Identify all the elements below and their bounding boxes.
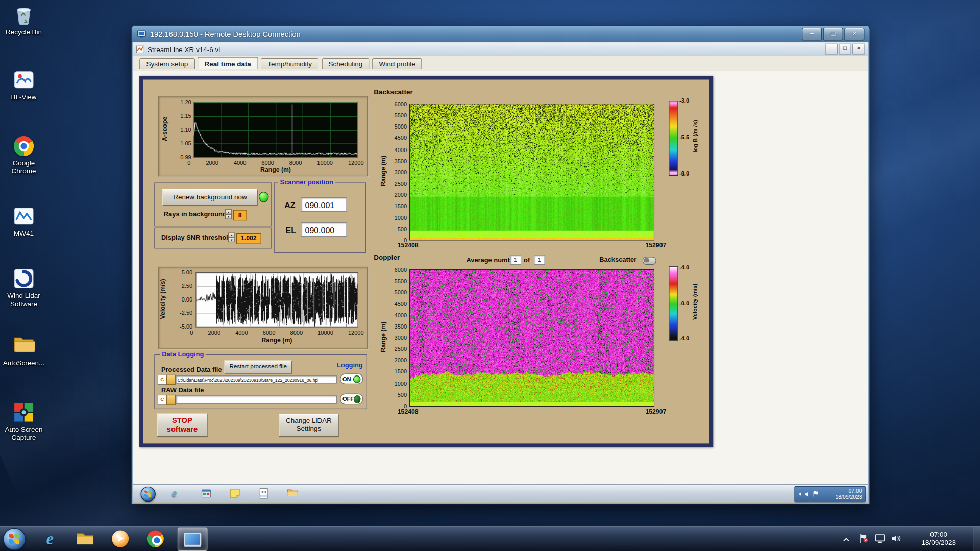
az-label: AZ [284,201,295,210]
doppler-x-start: 152408 [398,408,419,415]
desktop-icon-label: MW41 [1,229,46,237]
tick-label: 1.10 [180,127,191,133]
tray-volume-icon[interactable] [891,534,901,545]
tick-label: 0 [187,160,190,166]
logging-label: Logging [335,361,364,369]
tray-action-center-flag-icon[interactable] [859,534,868,546]
desktop-icon-bl-view[interactable]: BL-View [1,69,46,102]
tick-label: 1000 [395,380,407,386]
remote-sticky-note-icon[interactable] [229,488,240,499]
tab-system-setup[interactable]: System setup [139,58,195,69]
remote-ie-icon[interactable]: e [172,488,183,499]
rays-value-field[interactable]: 8 [233,210,247,220]
rdp-close-button[interactable]: × [844,28,864,41]
renew-background-button[interactable]: Renew background now [162,189,257,206]
raw-path-browse-icon[interactable] [166,395,176,405]
tick-label: 3000 [395,169,407,176]
start-flag-icon [9,534,19,544]
snr-spinner[interactable]: ▲▼ [228,233,235,243]
tab-temp-humidity[interactable]: Temp/humidity [261,58,319,69]
rdp-titlebar[interactable]: 192.168.0.150 - Remote Desktop Connectio… [132,26,869,42]
change-lidar-settings-button[interactable]: Change LiDAR Settings [279,414,339,437]
app-minimize-button[interactable]: − [825,44,837,55]
remote-system-tray[interactable]: 07:00 18/09/2023 [794,486,866,503]
bl-view-icon [12,69,35,91]
taskbar-wmp-icon[interactable] [106,527,134,549]
ascope-x-axis-label: Range (m) [194,166,358,173]
taskbar-rdp-active-window[interactable] [178,527,208,551]
raw-path-drive-selector[interactable]: C [158,395,167,405]
desktop-icon-google-chrome[interactable]: Google Chrome [1,135,46,176]
remote-taskbar: e XR 07:00 [133,484,868,503]
processed-path-browse-icon[interactable] [166,375,176,385]
az-value-field[interactable]: 090.001 [301,197,347,212]
tray-clock[interactable]: 07:00 18/09/2023 [908,531,970,547]
raw-data-file-label: RAW Data file [161,386,204,394]
tray-display-icon[interactable] [875,534,886,546]
processed-path-drive-selector[interactable]: C [158,375,167,385]
settings-button-line1: Change LiDAR [279,417,338,424]
rays-spinner[interactable]: ▲▼ [225,209,232,219]
velocity-x-ticks: 020004000600080001000012000 [190,330,363,336]
tab-wind-profile[interactable]: Wind profile [372,58,422,69]
taskbar-ie-icon[interactable]: e [36,527,64,549]
app-restore-button[interactable]: □ [839,44,851,55]
rdp-maximize-button[interactable]: □ [823,28,843,41]
remote-xr-file-icon[interactable]: XR [258,488,270,499]
start-button[interactable] [3,528,26,550]
toggle-knob [644,258,649,263]
backscatter-plot-frame [409,104,654,240]
tick-label: 4500 [395,135,407,141]
rdp-window-icon [137,30,146,38]
average-number-field[interactable]: 1 [510,255,521,265]
colorbar-tick-label: -3.0 [679,97,696,104]
desktop-icon-autoscreen-folder[interactable]: AutoScreen... [1,335,46,367]
remote-start-button[interactable] [141,487,156,502]
colorbar-tick-label: -4.0 [679,336,696,342]
taskbar-explorer-icon[interactable] [71,527,99,549]
background-controls-box: Renew background now Rays in background … [154,183,272,227]
desktop-icon-label: Wind Lidar Software [1,292,46,308]
tray-show-hidden-icons[interactable] [843,535,850,546]
velocity-chart: Velocity (m/s) 5.002.500.00-2.50-5.00 02… [158,267,368,349]
tick-label: 2500 [395,181,407,187]
tick-label: 4000 [235,330,248,336]
data-logging-title: Data Logging [160,350,205,358]
processed-logging-toggle[interactable]: ON [340,373,363,384]
remote-clock-time: 07:00 [835,488,862,494]
tab-real-time-data[interactable]: Real time data [198,57,258,69]
settings-button-line2: Settings [279,424,338,432]
desktop-icon-auto-screen-capture[interactable]: Auto Screen Capture [1,401,46,442]
screen: Recycle Bin BL-View Google Chrome MW41 W… [0,0,980,551]
velocity-plot-canvas [196,273,357,327]
backscatter-x-end: 152907 [645,242,666,248]
doppler-colorbar-label: Velocity (m/s) [692,284,698,320]
doppler-y-ticks: 6000550050004500400035003000250020001500… [383,267,407,409]
raw-logging-toggle[interactable]: OFF [340,393,363,404]
taskbar-chrome-icon[interactable] [141,527,169,549]
remote-folder-icon[interactable] [287,488,298,499]
desktop-icon-mw41[interactable]: MW41 [1,205,46,238]
remote-app-window-icon[interactable] [201,488,212,499]
app-close-button[interactable]: × [852,44,865,55]
tick-label: 2000 [395,358,407,364]
desktop-icon-wind-lidar[interactable]: Wind Lidar Software [1,267,46,308]
ascope-y-ticks: 1.201.151.101.050.99 [170,99,191,161]
average-total-field[interactable]: 1 [534,255,545,265]
desktop-icon-label: Recycle Bin [1,28,46,36]
doppler-x-ticks: 152408 152907 [398,408,667,415]
tab-scheduling[interactable]: Scheduling [322,58,370,69]
backscatter-doppler-toggle[interactable] [643,257,656,265]
rdp-window: 192.168.0.150 - Remote Desktop Connectio… [131,25,870,504]
desktop-icon-recycle-bin[interactable]: Recycle Bin [1,4,46,36]
doppler-x-end: 152907 [645,408,666,415]
show-desktop-button[interactable] [974,527,980,551]
rdp-minimize-button[interactable]: − [802,28,822,41]
snr-value-field[interactable]: 1.002 [236,233,261,244]
stop-software-button[interactable]: STOP software [157,414,207,437]
el-value-field[interactable]: 090.000 [301,222,347,237]
restart-processed-file-button[interactable]: Restart processed file [225,361,292,374]
raw-path-field[interactable] [176,395,337,404]
processed-path-field[interactable]: C:\Lidar\Data\Proc\2023\202309\20230918\… [176,375,337,384]
app-titlebar[interactable]: StreamLine XR v14-6.vi − □ × [133,42,868,56]
